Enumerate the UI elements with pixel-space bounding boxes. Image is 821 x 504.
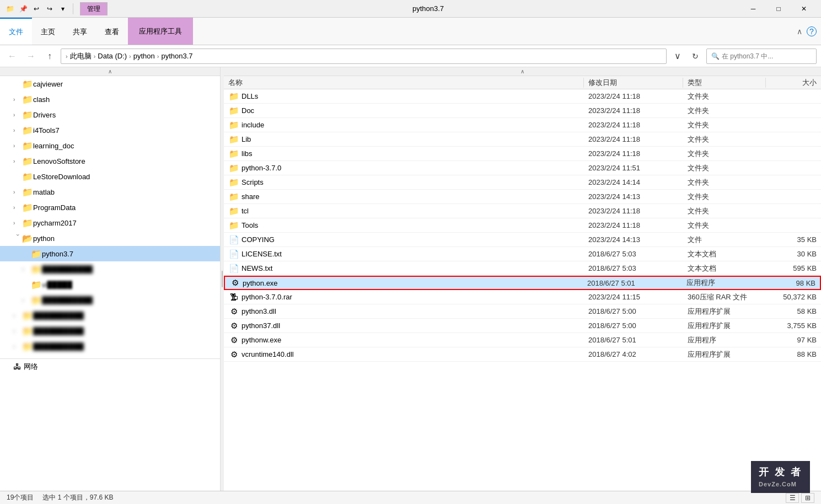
sidebar-item-blurred5[interactable]: › 📁 ██████████ bbox=[0, 339, 220, 354]
path-python[interactable]: python bbox=[133, 52, 155, 60]
view-list-button[interactable]: ☰ bbox=[786, 493, 799, 503]
file-name: tcl bbox=[242, 207, 249, 215]
search-box[interactable]: 🔍 bbox=[706, 49, 817, 64]
sidebar-item-matlab[interactable]: › 📁 matlab bbox=[0, 184, 220, 200]
sidebar-item-label: ██████████ bbox=[33, 342, 84, 351]
sidebar-item-blurred1[interactable]: › 📁 ██████████ bbox=[0, 261, 220, 277]
file-name-cell: 📁 Tools bbox=[224, 220, 584, 231]
minimize-button[interactable]: ─ bbox=[740, 0, 766, 18]
file-row[interactable]: ⚙ python37.dll 2018/6/27 5:00 应用程序扩展 3,7… bbox=[224, 319, 821, 333]
refresh-button[interactable]: ↻ bbox=[688, 49, 703, 64]
file-type: 文件夹 bbox=[683, 135, 766, 144]
ribbon-tab-file[interactable]: 文件 bbox=[0, 18, 32, 45]
up-button[interactable]: ↑ bbox=[42, 49, 57, 64]
file-row[interactable]: ⚙ python3.dll 2018/6/27 5:00 应用程序扩展 58 K… bbox=[224, 304, 821, 319]
sidebar-item-blurred3[interactable]: › 📁 ██████████ bbox=[0, 308, 220, 323]
sidebar-item-clash[interactable]: › 📁 clash bbox=[0, 92, 220, 107]
sidebar-item-python[interactable]: › 📂 python bbox=[0, 230, 220, 246]
close-button[interactable]: ✕ bbox=[791, 0, 817, 18]
search-input[interactable] bbox=[722, 52, 812, 60]
file-size: 58 KB bbox=[766, 307, 821, 315]
maximize-button[interactable]: □ bbox=[766, 0, 791, 18]
file-date: 2018/6/27 5:03 bbox=[584, 264, 683, 272]
file-row[interactable]: 🗜 python-3.7.0.rar 2023/2/24 11:15 360压缩… bbox=[224, 290, 821, 304]
file-row[interactable]: 📁 Tools 2023/2/24 11:18 文件夹 bbox=[224, 218, 821, 233]
sidebar-item-learningdoc[interactable]: › 📁 learning_doc bbox=[0, 138, 220, 153]
file-row[interactable]: 📁 include 2023/2/24 11:18 文件夹 bbox=[224, 118, 821, 132]
col-header-size[interactable]: 大小 bbox=[766, 78, 821, 88]
folder-icon: 📁 bbox=[228, 134, 239, 145]
forward-button[interactable]: → bbox=[23, 49, 39, 64]
folder-icon: 📁 bbox=[22, 156, 33, 167]
path-python37[interactable]: python3.7 bbox=[161, 52, 192, 60]
help-button[interactable]: ? bbox=[807, 26, 817, 36]
sidebar-item-python37[interactable]: 📁 python3.7 bbox=[0, 246, 220, 261]
file-row[interactable]: 📁 Lib 2023/2/24 11:18 文件夹 bbox=[224, 132, 821, 147]
quick-access-pin[interactable]: 📌 bbox=[18, 3, 29, 14]
col-header-name[interactable]: 名称 bbox=[224, 78, 584, 88]
ribbon-tab-view[interactable]: 查看 bbox=[96, 18, 128, 45]
file-row[interactable]: ⚙ vcruntime140.dll 2018/6/27 4:02 应用程序扩展… bbox=[224, 347, 821, 362]
file-row[interactable]: 📁 DLLs 2023/2/24 11:18 文件夹 bbox=[224, 89, 821, 104]
status-bar: 19个项目 选中 1 个项目，97.6 KB ☰ ⊞ bbox=[0, 491, 821, 504]
path-pc[interactable]: 此电脑 bbox=[70, 51, 92, 61]
file-row[interactable]: 📁 python-3.7.0 2023/2/24 11:51 文件夹 bbox=[224, 161, 821, 175]
ribbon-collapse-button[interactable]: ∧ bbox=[797, 27, 802, 36]
sidebar-item-i4tools7[interactable]: › 📁 i4Tools7 bbox=[0, 122, 220, 138]
sidebar-item-lestoredownload[interactable]: 📁 LeStoreDownload bbox=[0, 169, 220, 184]
file-row[interactable]: 📁 Doc 2023/2/24 11:18 文件夹 bbox=[224, 104, 821, 118]
folder-icon: 📁 bbox=[228, 120, 239, 131]
sidebar: ∧ 📁 cajviewer › 📁 clash › 📁 Drivers › 📁 … bbox=[0, 67, 221, 491]
sidebar-item-vi[interactable]: 📁 vi█████ bbox=[0, 277, 220, 292]
address-path[interactable]: › 此电脑 › Data (D:) › python › python3.7 bbox=[61, 49, 667, 64]
sidebar-item-drivers[interactable]: › 📁 Drivers bbox=[0, 107, 220, 122]
sidebar-item-programdata[interactable]: › 📁 ProgramData bbox=[0, 200, 220, 215]
file-row[interactable]: 📁 libs 2023/2/24 11:18 文件夹 bbox=[224, 147, 821, 161]
ribbon-tab-home[interactable]: 主页 bbox=[32, 18, 64, 45]
sidebar-resize-handle[interactable] bbox=[221, 67, 224, 491]
file-row[interactable]: 📁 share 2023/2/24 14:13 文件夹 bbox=[224, 190, 821, 204]
quick-access-redo[interactable]: ↪ bbox=[44, 3, 55, 14]
file-row[interactable]: 📄 LICENSE.txt 2018/6/27 5:03 文本文档 30 KB bbox=[224, 247, 821, 261]
folder-icon: 📁 bbox=[22, 187, 33, 197]
file-date: 2018/6/27 5:01 bbox=[584, 336, 683, 344]
file-size: 3,755 KB bbox=[766, 321, 821, 330]
chevron-icon: › bbox=[13, 328, 22, 334]
path-dropdown-button[interactable]: ∨ bbox=[670, 49, 685, 64]
ribbon-tab-share[interactable]: 共享 bbox=[64, 18, 96, 45]
file-row[interactable]: ⚙ pythonw.exe 2018/6/27 5:01 应用程序 97 KB bbox=[224, 333, 821, 347]
quick-access-undo[interactable]: ↩ bbox=[31, 3, 42, 14]
back-button[interactable]: ← bbox=[4, 49, 20, 64]
file-row-python-exe[interactable]: ⚙ python.exe 2018/6/27 5:01 应用程序 98 KB bbox=[224, 276, 821, 290]
file-name-cell: 📁 tcl bbox=[224, 206, 584, 217]
sidebar-item-network[interactable]: 🖧 网络 bbox=[0, 358, 220, 374]
quick-access-more[interactable]: ▾ bbox=[57, 3, 68, 14]
sidebar-item-cajviewer[interactable]: 📁 cajviewer bbox=[0, 76, 220, 92]
file-row[interactable]: 📄 NEWS.txt 2018/6/27 5:03 文本文档 595 KB bbox=[224, 261, 821, 276]
sidebar-item-pycharm2017[interactable]: › 📁 pycharm2017 bbox=[0, 215, 220, 230]
sidebar-scroll-up[interactable]: ∧ bbox=[0, 67, 220, 76]
ribbon-tab-manage[interactable]: 应用程序工具 bbox=[128, 18, 193, 45]
col-header-type[interactable]: 类型 bbox=[683, 78, 766, 88]
file-date: 2023/2/24 11:18 bbox=[584, 106, 683, 115]
file-name: Scripts bbox=[242, 178, 264, 186]
manage-ribbon-tab[interactable]: 管理 bbox=[80, 2, 108, 15]
file-row[interactable]: 📄 COPYING 2023/2/24 14:13 文件 35 KB bbox=[224, 233, 821, 247]
file-row[interactable]: 📁 tcl 2023/2/24 11:18 文件夹 bbox=[224, 204, 821, 218]
file-name: python-3.7.0.rar bbox=[242, 293, 292, 301]
file-row[interactable]: 📁 Scripts 2023/2/24 14:14 文件夹 bbox=[224, 175, 821, 190]
sidebar-item-blurred2[interactable]: › 📁 ██████████ bbox=[0, 292, 220, 308]
exe-icon: ⚙ bbox=[228, 335, 239, 346]
sidebar-item-lenovosoftstore[interactable]: › 📁 LenovoSoftstore bbox=[0, 153, 220, 169]
file-name: vcruntime140.dll bbox=[242, 350, 294, 358]
file-name-cell: 🗜 python-3.7.0.rar bbox=[224, 292, 584, 303]
file-name-cell: ⚙ pythonw.exe bbox=[224, 335, 584, 346]
file-name: share bbox=[242, 192, 260, 201]
col-header-date[interactable]: 修改日期 bbox=[584, 78, 683, 88]
file-list-scroll-up[interactable]: ∧ bbox=[224, 67, 821, 76]
path-data[interactable]: Data (D:) bbox=[98, 52, 127, 60]
file-date: 2018/6/27 5:00 bbox=[584, 321, 683, 330]
file-name: python-3.7.0 bbox=[242, 164, 281, 172]
view-grid-button[interactable]: ⊞ bbox=[801, 493, 814, 503]
sidebar-item-blurred4[interactable]: › 📁 ██████████ bbox=[0, 323, 220, 339]
